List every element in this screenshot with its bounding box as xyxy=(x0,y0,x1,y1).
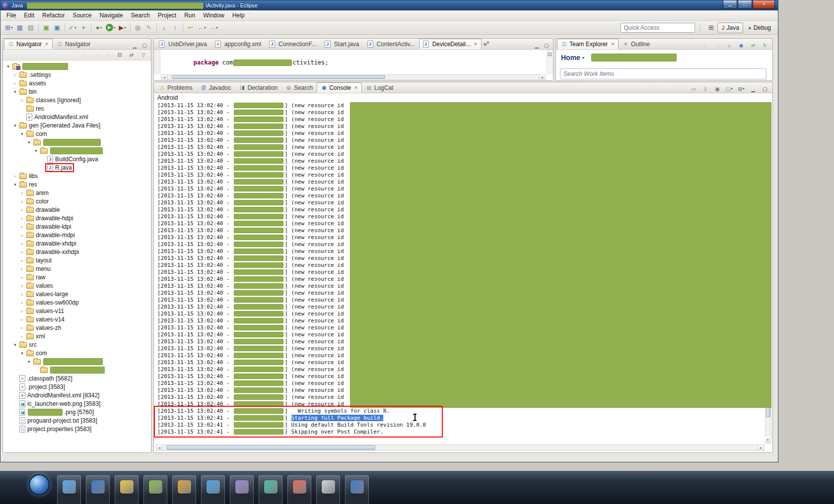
clear-console-icon[interactable]: ▭ xyxy=(688,85,699,93)
view-tab-navigator[interactable]: ◫Navigator xyxy=(53,39,94,49)
tree-item[interactable]: AndroidManifest.xml xyxy=(3,113,151,121)
view-tab-javadoc[interactable]: @Javadoc xyxy=(197,82,235,93)
expand-arrow-icon[interactable]: ▹ xyxy=(12,72,18,77)
link-with-editor-icon[interactable]: ⇄ xyxy=(126,51,137,59)
close-icon[interactable]: ✕ xyxy=(45,42,49,47)
lint-check-icon[interactable]: ✓▾ xyxy=(67,22,78,33)
close-icon[interactable]: ✕ xyxy=(474,42,478,47)
back-icon[interactable]: ← xyxy=(78,51,89,59)
menu-window[interactable]: Window xyxy=(199,11,228,20)
taskbar-app-icon[interactable] xyxy=(143,475,167,504)
expand-arrow-icon[interactable]: ▹ xyxy=(19,98,25,103)
up-icon[interactable]: ↑ xyxy=(102,51,113,59)
next-annotation-icon[interactable]: ↓ xyxy=(159,22,170,33)
editor-tab-start-java[interactable]: Start.java xyxy=(321,39,363,49)
new-android-xml-icon[interactable]: + xyxy=(78,22,89,33)
back-icon[interactable]: ← xyxy=(700,41,711,49)
run-icon[interactable]: ▶▾ xyxy=(104,22,117,33)
view-tab-team-explorer[interactable]: ◫Team Explorer✕ xyxy=(557,39,619,49)
menu-edit[interactable]: Edit xyxy=(20,11,38,20)
taskbar-app-icon[interactable] xyxy=(287,475,311,504)
menu-help[interactable]: Help xyxy=(228,11,249,20)
expand-arrow-icon[interactable]: ▹ xyxy=(19,190,25,195)
scroll-down-icon[interactable]: ▾ xyxy=(764,437,771,443)
editor-tab-connectionf[interactable]: ConnectionF... xyxy=(265,39,321,49)
tree-item[interactable]: ▾res xyxy=(3,180,151,189)
expand-arrow-icon[interactable]: ▾ xyxy=(19,131,25,136)
expand-arrow-icon[interactable]: ▹ xyxy=(12,174,18,179)
expand-arrow-icon[interactable]: ▹ xyxy=(19,334,25,339)
editor-tab-devicedetail[interactable]: DeviceDetail...✕ xyxy=(419,39,482,49)
expand-arrow-icon[interactable]: ▹ xyxy=(19,266,25,271)
expand-arrow-icon[interactable]: ▹ xyxy=(19,283,25,288)
external-tools-icon[interactable]: ▶▾ xyxy=(117,22,128,33)
tree-item[interactable]: .png [5760] xyxy=(3,408,151,416)
view-tab-search[interactable]: ◎Search xyxy=(281,82,317,93)
forward-icon[interactable]: →▾ xyxy=(208,22,219,33)
minimize-button[interactable]: ▁ xyxy=(723,0,737,9)
refresh-icon[interactable]: ↻ xyxy=(760,41,770,49)
tree-item[interactable]: ▾bin xyxy=(3,87,151,96)
search-icon[interactable]: ◎ xyxy=(133,22,143,33)
maximize-icon[interactable]: ▢ xyxy=(542,41,551,49)
expand-arrow-icon[interactable]: ▹ xyxy=(19,300,25,305)
tree-item[interactable]: .project [3583] xyxy=(3,382,151,391)
scrollbar-thumb[interactable] xyxy=(172,75,385,79)
maximize-icon[interactable]: ▢ xyxy=(140,41,149,49)
android-sdk-manager-icon[interactable]: ▣ xyxy=(41,22,52,33)
maximize-button[interactable]: ▢ xyxy=(738,0,752,9)
taskbar-app-icon[interactable] xyxy=(172,475,196,504)
save-icon[interactable]: ▦ xyxy=(14,22,25,33)
tree-item[interactable]: R.java xyxy=(3,163,151,172)
expand-arrow-icon[interactable]: ▹ xyxy=(19,309,25,314)
tree-item[interactable]: ▹.settings xyxy=(3,70,151,79)
expand-arrow-icon[interactable]: ▾ xyxy=(5,64,11,69)
tree-item[interactable]: ▾ xyxy=(3,62,151,70)
tree-item[interactable]: ▾ xyxy=(3,357,151,366)
expand-arrow-icon[interactable]: ▹ xyxy=(19,292,25,297)
menu-file[interactable]: File xyxy=(2,11,20,20)
scroll-right-icon[interactable]: ▸ xyxy=(758,445,764,450)
tree-item[interactable]: ▹drawable xyxy=(3,205,151,214)
tree-item[interactable]: ▹drawable-mdpi xyxy=(3,231,151,239)
web-portal-icon[interactable]: ◉ xyxy=(736,41,747,49)
expand-arrow-icon[interactable]: ▾ xyxy=(26,359,32,364)
editor-tab-contentactiv[interactable]: ContentActiv... xyxy=(363,39,419,49)
expand-arrow-icon[interactable]: ▹ xyxy=(19,233,25,238)
menu-search[interactable]: Search xyxy=(127,11,154,20)
quick-access-input[interactable] xyxy=(621,23,695,33)
tree-item[interactable]: .classpath [5682] xyxy=(3,374,151,382)
taskbar-app-icon[interactable] xyxy=(201,475,225,504)
close-icon[interactable]: ✕ xyxy=(354,85,358,90)
forward-icon[interactable]: → xyxy=(90,51,101,59)
expand-arrow-icon[interactable]: ▹ xyxy=(19,224,25,229)
last-edit-location-icon[interactable]: ↩ xyxy=(185,22,196,33)
tree-item[interactable]: ▹values-v11 xyxy=(3,307,151,315)
tree-item[interactable]: ▹values-sw600dp xyxy=(3,298,151,307)
java-perspective-button[interactable]: JJava xyxy=(717,22,743,33)
tree-item[interactable]: AndroidManifest.xml [8342] xyxy=(3,391,151,399)
taskbar-app-icon[interactable] xyxy=(86,475,110,504)
home-icon[interactable]: ⌂ xyxy=(724,41,735,49)
expand-arrow-icon[interactable]: ▹ xyxy=(19,207,25,212)
debug-icon[interactable]: ●▾ xyxy=(93,22,104,33)
tree-item[interactable]: ▹menu xyxy=(3,264,151,273)
tree-item[interactable]: ▾ xyxy=(3,138,151,146)
expand-arrow-icon[interactable]: ▾ xyxy=(12,342,18,347)
close-button[interactable]: ✕ xyxy=(753,0,775,9)
tree-item[interactable]: ▾ xyxy=(3,146,151,155)
tree-item[interactable]: ic_launcher-web.png [3583] xyxy=(3,399,151,408)
tree-item[interactable]: ▹classes [Ignored] xyxy=(3,96,151,104)
minimize-icon[interactable]: ▁ xyxy=(748,85,759,93)
tree-item[interactable]: ▹libs xyxy=(3,172,151,180)
code-editor[interactable]: package comctivities; ◂ ▸ xyxy=(154,50,553,80)
back-icon[interactable]: ←▾ xyxy=(196,22,208,33)
taskbar-app-icon[interactable] xyxy=(316,475,340,504)
menu-source[interactable]: Source xyxy=(69,11,95,20)
tree-item[interactable]: ▹drawable-xhdpi xyxy=(3,239,151,248)
tree-item[interactable]: BuildConfig.java xyxy=(3,155,151,163)
expand-arrow-icon[interactable]: ▹ xyxy=(19,199,25,204)
view-tab-logcat[interactable]: ▤LogCat xyxy=(362,82,398,93)
tree-item[interactable]: ▹values-v14 xyxy=(3,315,151,323)
hidden-tabs-chevron[interactable]: »6 xyxy=(484,40,489,48)
